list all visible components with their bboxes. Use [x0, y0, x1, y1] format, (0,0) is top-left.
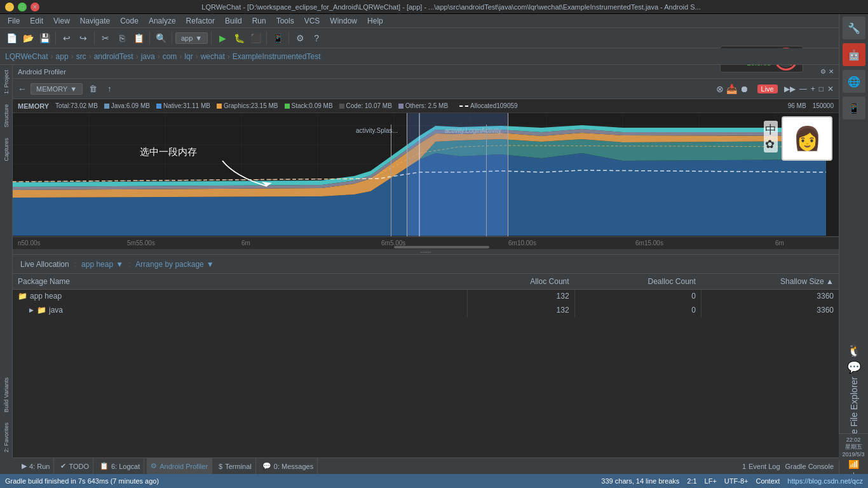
gradle-console-button[interactable]: Gradle Console [785, 463, 834, 470]
delete-button[interactable]: 🗑 [86, 83, 99, 95]
toolbar-paste[interactable]: 📋 [131, 30, 146, 46]
menu-vcs[interactable]: VCS [299, 14, 325, 28]
table-row: ▶ 📁 java 132 0 3360 [13, 303, 839, 317]
expand-icon-java[interactable]: ▶ [28, 307, 34, 313]
close-profiler-icon[interactable]: ✕ [829, 68, 834, 75]
force-gc-icon[interactable]: ⊗ [716, 84, 724, 94]
toolbar-save[interactable]: 💾 [37, 30, 52, 46]
minimize-button[interactable]: – [5, 3, 14, 11]
menu-view[interactable]: View [48, 14, 75, 28]
menu-help[interactable]: Help [362, 14, 388, 28]
sidebar-item-project[interactable]: 1: Project [1, 65, 11, 99]
pkg-name-java: java [49, 306, 63, 315]
menu-file[interactable]: File [3, 14, 25, 28]
menu-edit[interactable]: Edit [25, 14, 48, 28]
col-dealloc-count[interactable]: Dealloc Count [574, 274, 701, 289]
sidebar-item-structure[interactable]: Structure [1, 99, 11, 133]
menu-tools[interactable]: Tools [271, 14, 299, 28]
timeline-scrollbar[interactable] [394, 246, 489, 248]
toolbar-settings[interactable]: ⚙ [292, 30, 308, 46]
panel-expand-icon[interactable]: □ [819, 85, 824, 93]
alloc-count-java: 132 [467, 303, 574, 317]
toolbar-redo[interactable]: ↪ [76, 30, 91, 46]
toolbar-find[interactable]: 🔍 [153, 30, 168, 46]
toolbar-open[interactable]: 📂 [20, 30, 36, 46]
crumb-app[interactable]: app [56, 52, 69, 61]
profiler-title: Android Profiler [18, 68, 66, 76]
menu-analyze[interactable]: Analyze [144, 14, 181, 28]
toolbar-help[interactable]: ? [309, 30, 324, 46]
col-alloc-count[interactable]: Alloc Count [467, 274, 574, 289]
toolbar-new[interactable]: 📄 [4, 30, 19, 46]
wechat-icon[interactable]: 💬 [847, 360, 861, 374]
event-log-button[interactable]: 1 Event Log [742, 463, 780, 470]
sidebar-item-favorites[interactable]: 2: Favorites [1, 417, 11, 458]
toolbar-sdk[interactable]: 📱 [270, 30, 285, 46]
close-button[interactable]: ✕ [31, 3, 39, 11]
crumb-example[interactable]: ExampleInstrumentedTest [233, 52, 321, 61]
status-bar: Gradle build finished in 7s 643ms (7 min… [0, 474, 868, 488]
chrome-button[interactable]: 🌐 [843, 70, 865, 93]
tab-messages[interactable]: 💬 0: Messages [259, 458, 318, 474]
toolbar-copy[interactable]: ⎘ [114, 30, 130, 46]
export-button[interactable]: ↑ [103, 83, 116, 95]
crumb-java[interactable]: java [141, 52, 155, 61]
toolbar-stop[interactable]: ⬛ [248, 30, 263, 46]
heap-dump-icon[interactable]: 📥 [726, 84, 737, 94]
clock-date: 2019/5/3 [842, 451, 864, 458]
menu-navigate[interactable]: Navigate [75, 14, 115, 28]
allocation-table: Package Name Alloc Count Dealloc Count S… [13, 274, 839, 317]
toolbar-cut[interactable]: ✂ [98, 30, 113, 46]
toolbar-undo[interactable]: ↩ [59, 30, 74, 46]
tab-logcat[interactable]: 📋 6: Logcat [96, 458, 144, 474]
crumb-wechat[interactable]: wechat [201, 52, 225, 61]
tab-run[interactable]: ▶ 4: Run [18, 458, 54, 474]
col-package-name[interactable]: Package Name [13, 274, 467, 289]
menu-build[interactable]: Build [220, 14, 247, 28]
panel-maximize-icon[interactable]: + [811, 85, 815, 93]
android-studio-button[interactable]: 🤖 [843, 43, 865, 66]
panel-minimize-icon[interactable]: — [799, 85, 807, 93]
signal-icon[interactable]: 📶 [848, 459, 859, 469]
context: Context [756, 477, 780, 485]
menu-refactor[interactable]: Refactor [181, 14, 220, 28]
back-button[interactable]: ← [18, 84, 27, 94]
v150000-label: 150000 [813, 102, 834, 109]
memory-selector[interactable]: MEMORY ▼ [31, 83, 83, 95]
menu-code[interactable]: Code [115, 14, 144, 28]
tab-todo[interactable]: ✔ TODO [57, 458, 93, 474]
crumb-lqrwechat[interactable]: LQRWeChat [5, 52, 48, 61]
menu-run[interactable]: Run [247, 14, 271, 28]
record-icon[interactable]: ⏺ [740, 84, 749, 94]
android-button[interactable]: 📱 [843, 97, 865, 119]
panel-close-icon[interactable]: ✕ [827, 85, 834, 93]
memory-chart[interactable]: 选中一段内存 activity.Splas... activity.LoginA… [13, 113, 839, 237]
toolbar-debug[interactable]: 🐛 [231, 30, 247, 46]
sidebar-item-buildvariants[interactable]: Build Variants [1, 372, 11, 417]
crumb-com[interactable]: com [163, 52, 177, 61]
settings-icon[interactable]: ⚙ [820, 68, 826, 75]
menu-window[interactable]: Window [325, 14, 362, 28]
heap-selector[interactable]: app heap ▼ [81, 260, 123, 269]
forward-button[interactable]: ▶▶ [784, 85, 796, 93]
sidebar-item-captures[interactable]: Captures [1, 133, 11, 166]
allocated-line [459, 105, 468, 107]
maximize-button[interactable]: □ [18, 3, 27, 11]
crumb-lqr[interactable]: lqr [184, 52, 193, 61]
arrange-selector[interactable]: Arrange by package ▼ [135, 260, 214, 269]
crumb-src[interactable]: src [76, 52, 86, 61]
t-label-6: 6m15.00s [635, 240, 663, 247]
gradle-button[interactable]: 🔧 [843, 17, 865, 39]
t-label-1: n50.00s [18, 240, 41, 247]
crumb-androidtest[interactable]: androidTest [94, 52, 133, 61]
link[interactable]: https://blog.csdn.net/qcz [787, 477, 863, 485]
memory-toolbar: ← MEMORY ▼ 🗑 ↑ ⊗ 📥 ⏺ Live ▶▶ — + □ ✕ [13, 79, 839, 99]
col-shallow-size[interactable]: Shallow Size ▲ [701, 274, 839, 289]
tab-terminal[interactable]: $ Terminal [215, 458, 256, 474]
resize-handle[interactable]: •••••• [13, 250, 839, 255]
resize-dots: •••••• [421, 249, 431, 255]
qq-icon[interactable]: 🐧 [847, 344, 861, 358]
tab-android-profiler[interactable]: ⚙ Android Profiler [147, 458, 212, 474]
toolbar-run[interactable]: ▶ [215, 30, 230, 46]
app-selector[interactable]: app▼ [175, 32, 208, 44]
